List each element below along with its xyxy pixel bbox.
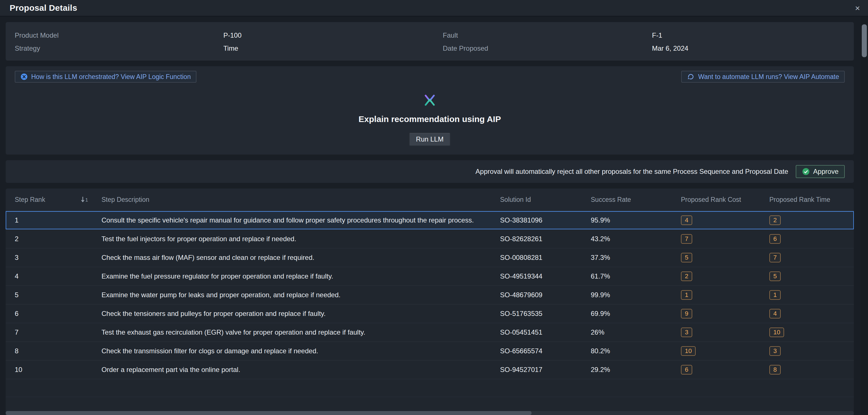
cell-proposed-rank-cost: 6 (681, 365, 769, 375)
aip-explain-section: How is this LLM orchestrated? View AIP L… (6, 66, 854, 154)
column-header-success-rate[interactable]: Success Rate (591, 188, 681, 211)
cell-proposed-rank-time: 4 (769, 309, 854, 318)
cell-proposed-rank-cost: 5 (681, 253, 769, 263)
cost-badge: 7 (681, 234, 692, 244)
table-row[interactable]: 5 Examine the water pump for leaks and p… (6, 286, 854, 305)
cell-proposed-rank-time: 7 (769, 253, 854, 263)
cell-success-rate: 69.9% (591, 310, 681, 318)
time-badge: 3 (769, 346, 781, 356)
cell-proposed-rank-cost: 10 (681, 346, 769, 356)
cell-step-rank: 1 (15, 216, 101, 224)
cost-badge: 3 (681, 327, 692, 337)
time-badge: 7 (769, 253, 781, 263)
modal-header: Proposal Details (0, 0, 868, 16)
cell-step-rank: 10 (15, 366, 101, 374)
cell-step-rank: 4 (15, 272, 101, 280)
time-badge: 5 (769, 272, 781, 281)
cell-solution-id: SO-05451451 (500, 328, 591, 336)
cell-step-description: Check the tensioners and pulleys for pro… (101, 310, 500, 318)
cell-proposed-rank-time: 10 (769, 327, 854, 337)
table-row[interactable]: 10 Order a replacement part via the onli… (6, 361, 854, 379)
cell-step-rank: 3 (15, 254, 101, 262)
approve-button[interactable]: Approve (796, 165, 845, 178)
field-label-strategy: Strategy (15, 44, 223, 53)
cell-solution-id: SO-48679609 (500, 291, 591, 299)
field-label-date-proposed: Date Proposed (443, 44, 652, 53)
table-row[interactable]: 6 Check the tensioners and pulleys for p… (6, 305, 854, 323)
cell-proposed-rank-cost: 4 (681, 215, 769, 225)
sort-ascending-icon[interactable]: 1 (81, 196, 89, 203)
table-row[interactable]: 3 Check the mass air flow (MAF) sensor a… (6, 248, 854, 267)
view-aip-automate-button[interactable]: Want to automate LLM runs? View AIP Auto… (681, 71, 845, 83)
cost-badge: 9 (681, 309, 692, 318)
approval-bar: Approval will automatically reject all o… (6, 160, 854, 183)
field-label-product-model: Product Model (15, 31, 223, 39)
cell-step-description: Consult the specific vehicle's repair ma… (101, 216, 500, 224)
time-badge: 1 (769, 290, 781, 300)
cost-badge: 10 (681, 346, 696, 356)
field-value-fault: F-1 (652, 31, 845, 39)
cell-proposed-rank-time: 2 (769, 215, 854, 225)
cost-badge: 1 (681, 290, 692, 300)
cost-badge: 5 (681, 253, 692, 263)
table-header: Step Rank 1 Step Description Solution Id… (6, 188, 854, 211)
time-badge: 4 (769, 309, 781, 318)
field-value-product-model: P-100 (223, 31, 443, 39)
cell-proposed-rank-time: 3 (769, 346, 854, 356)
view-aip-logic-button[interactable]: How is this LLM orchestrated? View AIP L… (15, 71, 196, 83)
time-badge: 6 (769, 234, 781, 244)
cell-proposed-rank-time: 6 (769, 234, 854, 244)
table-row[interactable]: 4 Examine the fuel pressure regulator fo… (6, 267, 854, 286)
time-badge: 10 (769, 327, 784, 337)
column-header-proposed-rank-time[interactable]: Proposed Rank Time (769, 188, 854, 211)
field-label-fault: Fault (443, 31, 652, 39)
approval-note: Approval will automatically reject all o… (475, 168, 788, 175)
page-title: Proposal Details (10, 3, 77, 13)
horizontal-scrollbar-thumb[interactable] (6, 411, 531, 415)
cell-step-rank: 2 (15, 235, 101, 243)
cell-solution-id: SO-51763535 (500, 310, 591, 318)
cell-step-description: Examine the water pump for leaks and pro… (101, 291, 500, 299)
cell-solution-id: SO-65665574 (500, 347, 591, 355)
table-row[interactable]: 2 Test the fuel injectors for proper ope… (6, 230, 854, 248)
cell-proposed-rank-cost: 7 (681, 234, 769, 244)
close-icon[interactable]: × (851, 2, 864, 14)
cost-badge: 6 (681, 365, 692, 375)
view-aip-automate-label: Want to automate LLM runs? View AIP Auto… (698, 73, 839, 81)
cell-step-description: Check the transmission filter for clogs … (101, 347, 500, 355)
table-body: 1 Consult the specific vehicle's repair … (6, 211, 854, 379)
view-aip-logic-label: How is this LLM orchestrated? View AIP L… (31, 73, 191, 81)
cell-success-rate: 26% (591, 328, 681, 336)
column-header-proposed-rank-cost[interactable]: Proposed Rank Cost (681, 188, 769, 211)
vertical-scrollbar (861, 16, 868, 415)
cell-success-rate: 95.9% (591, 216, 681, 224)
approve-button-label: Approve (813, 168, 839, 175)
vertical-scrollbar-thumb[interactable] (862, 24, 867, 57)
cell-step-rank: 5 (15, 291, 101, 299)
cell-step-description: Test the fuel injectors for proper opera… (101, 235, 500, 243)
field-value-date-proposed: Mar 6, 2024 (652, 44, 845, 53)
cell-solution-id: SO-82628261 (500, 235, 591, 243)
cell-proposed-rank-cost: 9 (681, 309, 769, 318)
table-row[interactable]: 1 Consult the specific vehicle's repair … (6, 211, 854, 230)
cell-proposed-rank-time: 8 (769, 365, 854, 375)
column-header-solution-id[interactable]: Solution Id (500, 188, 591, 211)
horizontal-scrollbar (6, 411, 854, 415)
cell-success-rate: 80.2% (591, 347, 681, 355)
cell-step-description: Examine the fuel pressure regulator for … (101, 272, 500, 280)
column-header-step-description[interactable]: Step Description (101, 188, 500, 211)
run-llm-button[interactable]: Run LLM (409, 133, 450, 146)
table-row[interactable]: 8 Check the transmission filter for clog… (6, 342, 854, 361)
cell-step-rank: 8 (15, 347, 101, 355)
time-badge: 2 (769, 215, 781, 225)
cell-solution-id: SO-49519344 (500, 272, 591, 280)
cell-success-rate: 37.3% (591, 254, 681, 262)
column-header-step-rank[interactable]: Step Rank 1 (15, 188, 101, 211)
cell-step-rank: 6 (15, 310, 101, 318)
cell-proposed-rank-cost: 3 (681, 327, 769, 337)
proposal-metadata-card: Product Model P-100 Fault F-1 Strategy T… (6, 22, 854, 61)
cell-step-description: Test the exhaust gas recirculation (EGR)… (101, 328, 500, 336)
cell-success-rate: 61.7% (591, 272, 681, 280)
cell-success-rate: 99.9% (591, 291, 681, 299)
table-row[interactable]: 7 Test the exhaust gas recirculation (EG… (6, 323, 854, 342)
